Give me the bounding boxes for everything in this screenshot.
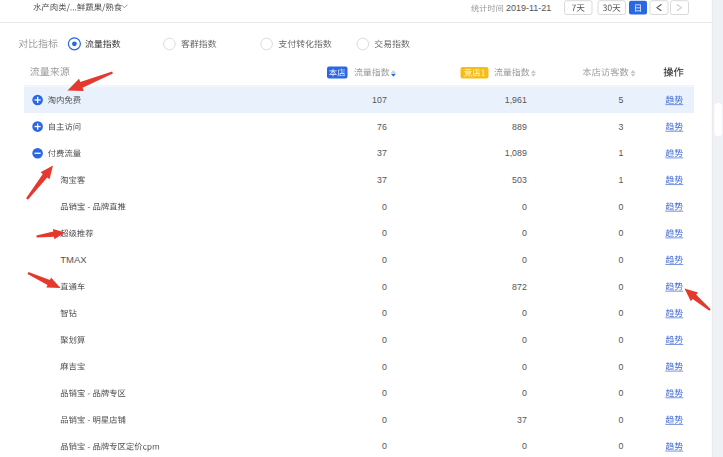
svg-text:0: 0 [382,255,387,265]
svg-text:0: 0 [618,282,623,292]
svg-text:0: 0 [382,202,387,212]
svg-text:0: 0 [382,388,387,398]
svg-text:107: 107 [372,95,387,105]
svg-text:1: 1 [618,175,623,185]
svg-text:0: 0 [522,202,527,212]
svg-text:0: 0 [522,362,527,372]
svg-text:3: 3 [618,122,623,132]
svg-text:0: 0 [618,441,623,451]
svg-text:0: 0 [618,228,623,238]
svg-text:0: 0 [382,308,387,318]
svg-text:1,961: 1,961 [505,95,527,105]
svg-text:0: 0 [522,441,527,451]
svg-text:0: 0 [522,335,527,345]
svg-text:0: 0 [382,415,387,425]
svg-text:0: 0 [618,202,623,212]
svg-text:2019-11-21: 2019-11-21 [506,3,551,13]
svg-text:0: 0 [522,308,527,318]
svg-text:0: 0 [382,362,387,372]
svg-text:0: 0 [618,388,623,398]
svg-text:1,089: 1,089 [505,148,527,158]
svg-text:37: 37 [377,175,387,185]
svg-text:0: 0 [618,362,623,372]
svg-text:37: 37 [377,148,387,158]
svg-text:0: 0 [382,335,387,345]
svg-text:0: 0 [382,441,387,451]
svg-text:TMAX: TMAX [60,254,87,265]
svg-text:889: 889 [512,122,527,132]
svg-text:0: 0 [522,255,527,265]
svg-text:0: 0 [618,415,623,425]
svg-text:0: 0 [618,255,623,265]
svg-text:503: 503 [512,175,527,185]
svg-text:0: 0 [618,335,623,345]
svg-text:5: 5 [618,95,623,105]
svg-text:0: 0 [522,388,527,398]
svg-text:37: 37 [517,415,527,425]
svg-text:1: 1 [618,148,623,158]
svg-text:0: 0 [382,228,387,238]
svg-text:872: 872 [512,282,527,292]
svg-text:0: 0 [522,228,527,238]
svg-text:0: 0 [382,282,387,292]
svg-text:76: 76 [377,122,387,132]
svg-text:0: 0 [618,308,623,318]
